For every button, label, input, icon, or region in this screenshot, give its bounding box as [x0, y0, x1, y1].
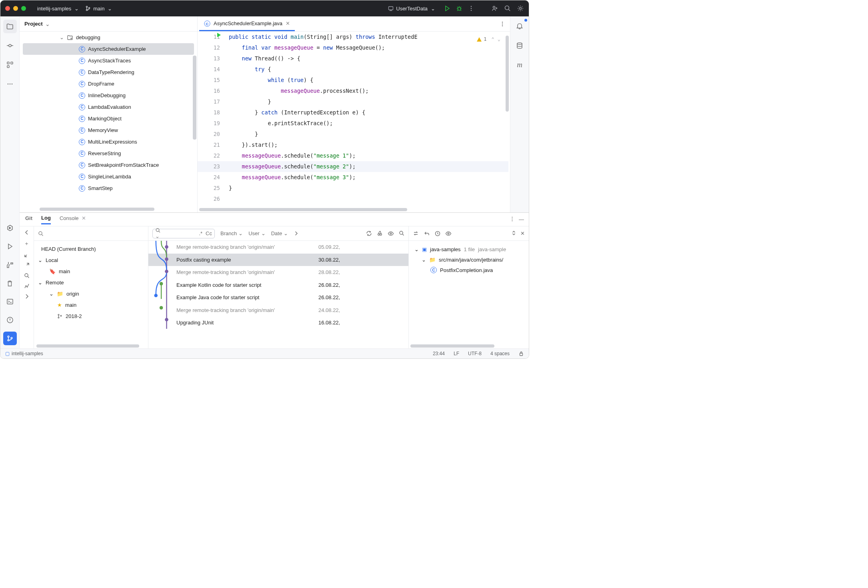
zoom-window-button[interactable]	[21, 6, 26, 11]
inspection-badge[interactable]: 1 ⌃ ⌄	[476, 34, 500, 45]
project-tool-button[interactable]	[3, 20, 17, 33]
expand-collapse-button[interactable]	[511, 230, 516, 236]
module-indicator[interactable]: ▢ intellij-samples	[5, 351, 43, 356]
more-tools-button[interactable]	[3, 77, 17, 91]
date-filter[interactable]: Date ⌄	[271, 230, 288, 236]
run-button[interactable]	[444, 5, 450, 12]
remote-group[interactable]: ⌄Remote	[38, 277, 144, 288]
forward-button[interactable]	[24, 294, 30, 299]
local-branch-main[interactable]: 🔖main	[38, 266, 144, 277]
commit-row[interactable]: Postfix casting example30.08.22,	[148, 254, 408, 266]
details-file-row[interactable]: C PostfixCompletion.java	[413, 265, 525, 275]
case-toggle[interactable]: Cc	[206, 230, 212, 236]
preview-button[interactable]	[445, 230, 452, 237]
problems-tool-button[interactable]	[3, 313, 17, 327]
minimize-window-button[interactable]	[13, 6, 18, 11]
line-number[interactable]: 24	[198, 172, 220, 183]
tree-file[interactable]: CMemoryView	[20, 124, 197, 136]
add-button[interactable]: ＋	[24, 240, 29, 247]
line-number[interactable]: 15	[198, 75, 220, 86]
collapse-in-button[interactable]	[24, 252, 30, 258]
remote-branch-main[interactable]: ★main	[38, 299, 144, 310]
close-details-button[interactable]: ✕	[520, 230, 525, 236]
terminal-tool-button[interactable]	[3, 295, 17, 308]
commit-row[interactable]: Merge remote-tracking branch 'origin/mai…	[148, 241, 408, 254]
down-icon[interactable]: ⌄	[498, 34, 500, 45]
horizontal-scrollbar[interactable]	[199, 208, 505, 212]
commit-tool-button[interactable]	[3, 39, 17, 52]
remote-branch-2018-2[interactable]: 2018-2	[38, 310, 144, 322]
readonly-icon[interactable]	[518, 351, 524, 356]
branch-search[interactable]	[34, 226, 148, 241]
tree-file[interactable]: CReverseString	[20, 148, 197, 159]
run-tool-button[interactable]	[3, 240, 17, 253]
settings-button[interactable]	[517, 5, 524, 12]
tree-file[interactable]: CAsyncSchedulerExample	[23, 43, 194, 55]
expand-out-button[interactable]	[24, 262, 30, 268]
tab-log[interactable]: Log	[41, 215, 51, 224]
commit-row[interactable]: Upgrading JUnit16.08.22,	[148, 316, 408, 329]
tree-file[interactable]: CLambdaEvaluation	[20, 101, 197, 113]
local-group[interactable]: ⌄Local	[38, 254, 144, 266]
undo-button[interactable]	[424, 230, 430, 236]
forward-icon[interactable]	[294, 231, 299, 236]
commit-search-input[interactable]: ⌄ .* Cc	[152, 229, 215, 238]
project-panel-header[interactable]: Project ⌄	[20, 16, 197, 32]
tree-file[interactable]: CDataTypeRendering	[20, 66, 197, 78]
commit-row[interactable]: Example Kotlin code for starter script26…	[148, 279, 408, 292]
line-number[interactable]: 22	[198, 150, 220, 161]
line-number[interactable]: 25	[198, 183, 220, 194]
tree-file[interactable]: CMultiLineExpressions	[20, 136, 197, 148]
vertical-scrollbar[interactable]	[193, 56, 196, 140]
more-actions-button[interactable]	[468, 5, 474, 12]
details-path-row[interactable]: ⌄ 📁 src/main/java/com/jetbrains/	[413, 254, 525, 265]
close-window-button[interactable]	[5, 6, 10, 11]
vertical-scrollbar[interactable]	[506, 36, 509, 112]
build-tool-button[interactable]	[3, 258, 17, 272]
tree-file[interactable]: CAsyncStackTraces	[20, 55, 197, 66]
line-number[interactable]: 18	[198, 107, 220, 118]
editor-tab[interactable]: C AsyncSchedulerExample.java ✕	[199, 17, 295, 31]
run-gutter-icon[interactable]	[217, 33, 221, 37]
tree-file[interactable]: CInlineDebugging	[20, 90, 197, 101]
line-number[interactable]: 19	[198, 118, 220, 129]
search-everywhere-button[interactable]	[504, 5, 511, 12]
line-number[interactable]: 12	[198, 42, 220, 53]
encoding[interactable]: UTF-8	[468, 351, 482, 356]
tab-menu-button[interactable]	[495, 21, 510, 27]
line-number[interactable]: 23	[198, 161, 220, 172]
line-number[interactable]: 26	[198, 194, 220, 204]
origin-group[interactable]: ⌄📁origin	[38, 288, 144, 299]
tree-file[interactable]: CSmartStep	[20, 182, 197, 194]
graph-button[interactable]	[24, 283, 30, 289]
tree-file[interactable]: CDropFrame	[20, 78, 197, 90]
history-button[interactable]	[434, 230, 440, 236]
line-separator[interactable]: LF	[454, 351, 459, 356]
tree-file[interactable]: CSetBreakpointFromStackTrace	[20, 159, 197, 171]
user-filter[interactable]: User ⌄	[248, 230, 265, 236]
commit-row[interactable]: Example Java code for starter script26.0…	[148, 291, 408, 304]
back-button[interactable]	[24, 230, 30, 235]
project-tree[interactable]: ⌄ debugging CAsyncSchedulerExampleCAsync…	[20, 32, 197, 212]
tab-git[interactable]: Git	[25, 215, 32, 224]
commit-row[interactable]: Merge remote-tracking branch 'origin/mai…	[148, 304, 408, 317]
project-selector[interactable]: intellij-samples ⌄	[34, 4, 82, 13]
details-repo-row[interactable]: ⌄ ▣ java-samples 1 file java-sample	[413, 244, 525, 254]
branch-filter[interactable]: Branch ⌄	[220, 230, 243, 236]
services-tool-button[interactable]	[3, 221, 17, 235]
close-tab-button[interactable]: ✕	[286, 20, 290, 26]
cherry-pick-button[interactable]	[377, 230, 383, 237]
debug-button[interactable]	[456, 5, 462, 12]
horizontal-scrollbar[interactable]	[34, 344, 148, 348]
find-commit-button[interactable]	[399, 230, 404, 237]
search-button[interactable]	[24, 273, 30, 278]
eye-button[interactable]	[388, 230, 394, 237]
indentation[interactable]: 4 spaces	[490, 351, 510, 356]
code-editor[interactable]: 11121314151617181920212223242526 public …	[198, 32, 510, 212]
gutter[interactable]: 11121314151617181920212223242526	[198, 32, 226, 212]
regex-toggle[interactable]: .*	[199, 230, 202, 236]
line-number[interactable]: 20	[198, 129, 220, 140]
horizontal-scrollbar[interactable]	[40, 208, 192, 212]
delete-tool-button[interactable]	[3, 276, 17, 290]
tab-console[interactable]: Console ✕	[60, 215, 86, 224]
